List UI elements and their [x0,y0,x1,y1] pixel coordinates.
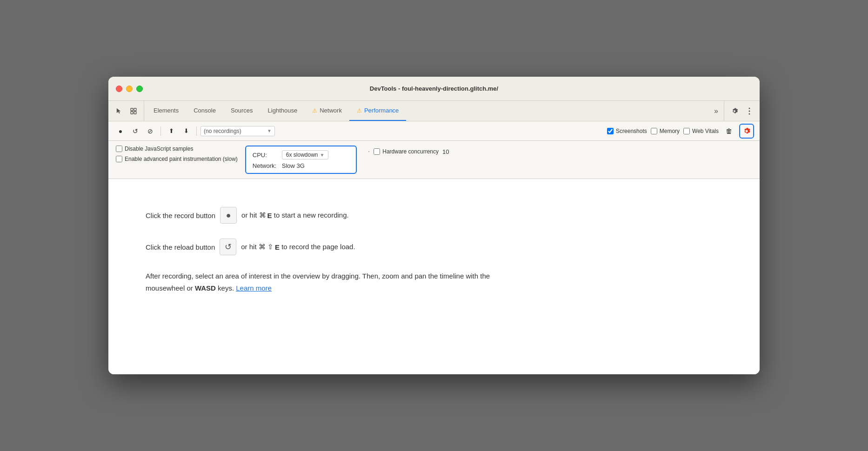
window-title: DevTools - foul-heavenly-direction.glitc… [370,85,498,92]
clear-button[interactable]: ⊘ [144,125,157,138]
settings-icon[interactable] [728,105,741,118]
hw-concurrency-label[interactable]: Hardware concurrency [374,148,439,155]
devtools-window: DevTools - foul-heavenly-direction.glitc… [108,77,760,374]
record-button[interactable]: ● [114,125,127,138]
recordings-dropdown[interactable]: (no recordings) ▼ [200,126,275,136]
cpu-network-box: CPU: 6x slowdown ▼ Network: Slow 3G [245,146,357,174]
tab-console[interactable]: Console [186,101,223,121]
settings-left: Disable JavaScript samples Enable advanc… [116,146,238,162]
dot-separator: · [368,147,370,156]
tab-network[interactable]: ⚠ Network [305,101,349,121]
cpu-row: CPU: 6x slowdown ▼ [253,150,349,159]
settings-panel: Disable JavaScript samples Enable advanc… [108,141,760,179]
svg-rect-3 [134,112,136,114]
disable-js-label[interactable]: Disable JavaScript samples [116,146,238,152]
more-tabs-button[interactable]: » [710,101,722,121]
advanced-paint-label[interactable]: Enable advanced paint instrumentation (s… [116,156,238,162]
cpu-dropdown[interactable]: 6x slowdown ▼ [282,150,329,159]
svg-point-5 [749,110,750,112]
title-bar: DevTools - foul-heavenly-direction.glitc… [108,77,760,101]
cursor-icon[interactable] [112,105,125,118]
svg-rect-0 [131,108,133,111]
tab-elements[interactable]: Elements [146,101,186,121]
more-options-icon[interactable] [743,105,756,118]
description-text: After recording, select an area of inter… [146,270,518,294]
reload-icon-inline: ↺ [220,239,236,255]
memory-checkbox-label[interactable]: Memory [651,128,680,134]
reload-button[interactable]: ↺ [129,125,142,138]
tabs: Elements Console Sources Lighthouse ⚠ Ne… [146,101,710,121]
record-instruction: Click the record button ● or hit ⌘ E to … [146,207,722,224]
tab-sources[interactable]: Sources [223,101,260,121]
network-warn-icon: ⚠ [312,107,317,114]
toolbar-divider-1 [160,126,161,136]
svg-rect-2 [131,112,133,114]
close-button[interactable] [116,86,122,92]
tab-performance[interactable]: ⚠ Performance [349,101,406,121]
svg-point-6 [749,113,750,114]
tab-lighthouse[interactable]: Lighthouse [260,101,305,121]
traffic-lights [116,86,143,92]
record-icon-inline: ● [220,207,237,224]
screenshots-checkbox-label[interactable]: Screenshots [607,128,647,134]
memory-checkbox[interactable] [651,128,657,134]
tab-bar-left-icons [112,101,144,121]
settings-gear-button[interactable] [739,124,754,139]
settings-right: · Hardware concurrency 10 [364,146,449,156]
toolbar-right: Screenshots Memory Web Vitals [607,124,754,139]
svg-rect-1 [134,108,136,111]
clear-recordings-button[interactable] [722,125,735,138]
webvitals-checkbox[interactable] [683,128,690,134]
learn-more-link[interactable]: Learn more [236,284,272,292]
network-row: Network: Slow 3G [253,162,349,169]
hw-concurrency-checkbox[interactable] [374,148,380,155]
minimize-button[interactable] [126,86,133,92]
tab-bar: Elements Console Sources Lighthouse ⚠ Ne… [108,101,760,121]
tab-bar-right-icons [724,101,756,121]
webvitals-checkbox-label[interactable]: Web Vitals [683,128,719,134]
upload-button[interactable]: ⬆ [165,125,178,138]
toolbar: ● ↺ ⊘ ⬆ ⬇ (no recordings) ▼ Screenshots [108,121,760,141]
performance-warn-icon: ⚠ [357,107,362,114]
svg-point-4 [749,107,750,109]
toolbar-divider-2 [196,126,197,136]
screenshots-checkbox[interactable] [607,128,614,134]
maximize-button[interactable] [136,86,143,92]
advanced-paint-checkbox[interactable] [116,156,122,162]
main-content: Click the record button ● or hit ⌘ E to … [108,179,760,374]
inspect-icon[interactable] [127,105,140,118]
disable-js-checkbox[interactable] [116,146,122,152]
download-button[interactable]: ⬇ [180,125,193,138]
reload-instruction: Click the reload button ↺ or hit ⌘ ⇧ E t… [146,239,722,255]
